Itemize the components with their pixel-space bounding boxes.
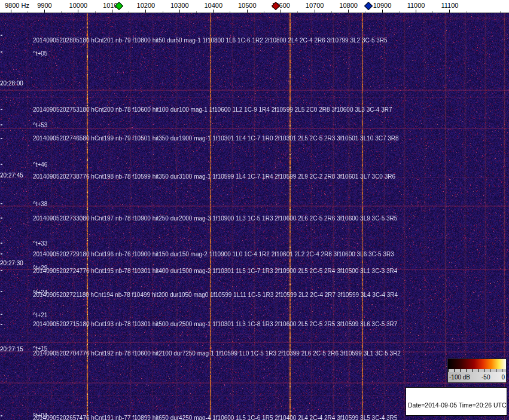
freq-tick [11, 10, 11, 13]
colorbar-mid-label: -50 [481, 374, 490, 381]
freq-tick [247, 10, 248, 13]
freq-minor-tick [331, 11, 332, 13]
freq-tick [348, 10, 349, 13]
freq-tick [112, 10, 112, 13]
freq-tick [416, 10, 416, 13]
freq-tick-label: 10500 [238, 2, 257, 9]
freq-tick [179, 10, 180, 13]
freq-tick [315, 10, 315, 13]
freq-tick [145, 10, 146, 13]
freq-minor-tick [28, 11, 28, 13]
freq-tick-label: 10300 [170, 2, 189, 9]
freq-tick [213, 10, 214, 13]
freq-minor-tick [467, 11, 467, 13]
freq-minor-tick [432, 11, 433, 13]
blue-diamond-marker[interactable] [364, 2, 373, 10]
freq-minor-tick [399, 11, 400, 13]
freq-minor-tick [95, 11, 96, 13]
info-date-time: Date=2014-09-05 Time=20:26 UTC [408, 402, 505, 409]
freq-tick-label: 10900 [373, 2, 392, 9]
freq-tick [44, 10, 45, 13]
colorbar: -100 dB -50 0 [447, 358, 507, 383]
freq-tick [449, 10, 450, 13]
freq-tick-label: 11100 [441, 2, 458, 9]
freq-tick [281, 10, 281, 13]
colorbar-max-label: 0 [501, 374, 505, 381]
freq-tick-label: 10800 [339, 2, 358, 9]
colorbar-gradient [448, 359, 506, 369]
colorbar-labels: -100 dB -50 0 [448, 372, 506, 382]
freq-minor-tick [365, 11, 365, 13]
freq-minor-tick [230, 11, 230, 13]
freq-tick-label: 9900 [37, 2, 51, 9]
freq-tick-label: 10400 [204, 2, 223, 9]
freq-tick-label: 11000 [407, 2, 425, 9]
colorbar-min-label: -100 dB [449, 374, 470, 381]
freq-minor-tick [61, 11, 62, 13]
freq-tick [78, 10, 78, 13]
freq-minor-tick [129, 11, 129, 13]
freq-tick [382, 10, 383, 13]
freq-minor-tick [297, 11, 298, 13]
info-box: Date=2014-09-05 Time=20:26 UTC Freq=143 … [406, 387, 507, 416]
freq-tick-label: 10200 [137, 2, 156, 9]
freq-tick-label: 10700 [306, 2, 324, 9]
frequency-axis: 9800 Hz990010000101001020010300104001050… [0, 0, 509, 13]
freq-tick-label: 10000 [69, 2, 88, 9]
freq-minor-tick [163, 11, 163, 13]
spectrogram-waterfall[interactable] [0, 13, 509, 420]
freq-minor-tick [196, 11, 197, 13]
freq-tick-label: 9800 Hz [5, 2, 29, 9]
freq-minor-tick [500, 11, 501, 13]
freq-minor-tick [264, 11, 264, 13]
spectrogram-window: 9800 Hz990010000101001020010300104001050… [0, 0, 509, 420]
